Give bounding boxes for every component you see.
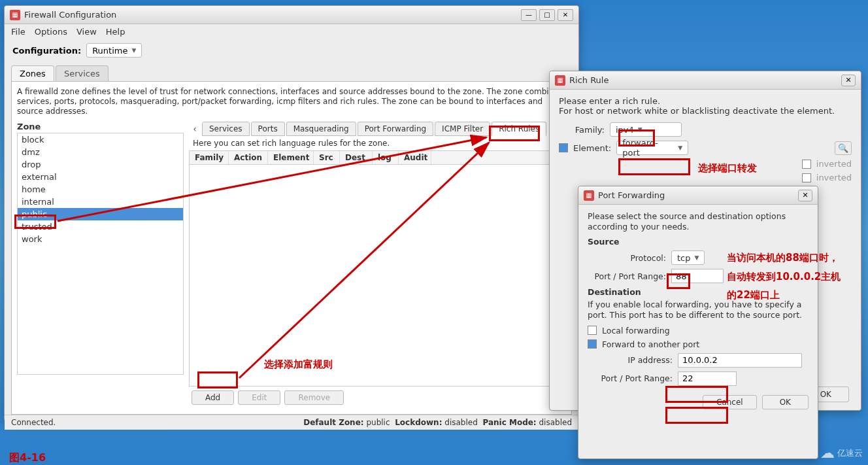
family-value: ipv4 <box>616 125 634 135</box>
cloud-icon: ☁ <box>820 445 835 461</box>
col-element: Element <box>268 151 314 164</box>
default-zone-label: Default Zone: <box>303 418 363 427</box>
menu-view[interactable]: View <box>76 27 97 37</box>
src-port-label: Port / Port Range: <box>588 271 666 281</box>
chevron-down-icon: ▼ <box>638 126 643 133</box>
figure-label: 图4-16 <box>9 451 46 465</box>
element-label: Element: <box>573 143 611 153</box>
col-src: Src <box>314 151 340 164</box>
inverted-label-2: inverted <box>816 173 852 182</box>
subtab-port-forwarding[interactable]: Port Forwarding <box>358 122 433 136</box>
menu-options[interactable]: Options <box>35 27 67 37</box>
protocol-dropdown[interactable]: tcp ▼ <box>671 250 705 265</box>
protocol-value: tcp <box>677 253 691 263</box>
lockdown-value: disabled <box>444 418 478 427</box>
col-log: log <box>373 151 399 164</box>
zone-item[interactable]: internal <box>18 196 183 208</box>
element-details-icon[interactable]: 🔍 <box>835 141 852 155</box>
menu-file[interactable]: File <box>11 27 25 37</box>
col-family: Family <box>190 151 229 164</box>
protocol-label: Protocol: <box>588 253 666 263</box>
firewall-icon: ▦ <box>555 75 565 86</box>
family-dropdown[interactable]: ipv4 ▼ <box>610 122 682 137</box>
close-button[interactable]: ✕ <box>798 190 812 201</box>
tab-services[interactable]: Services <box>56 65 108 81</box>
zone-heading: Zone <box>17 122 184 131</box>
cancel-button[interactable]: Cancel <box>703 395 757 409</box>
pf-dest-desc: If you enable local forwarding, you have… <box>588 300 809 320</box>
rules-hint: Here you can set rich language rules for… <box>189 136 566 150</box>
element-checkbox[interactable] <box>559 143 568 152</box>
edit-button[interactable]: Edit <box>238 390 280 405</box>
col-action: Action <box>229 151 268 164</box>
main-titlebar: ▦ Firewall Configuration — □ ✕ <box>5 6 578 24</box>
inverted-label: inverted <box>816 159 852 169</box>
config-dropdown[interactable]: Runtime ▼ <box>86 43 142 58</box>
tabs-scroll-left-icon[interactable]: ‹ <box>189 124 201 134</box>
close-button[interactable]: ✕ <box>841 75 856 86</box>
firewall-config-window: ▦ Firewall Configuration — □ ✕ File Opti… <box>4 5 579 421</box>
remove-button[interactable]: Remove <box>284 390 344 405</box>
window-title: Firewall Configuration <box>24 10 521 20</box>
config-value: Runtime <box>92 46 127 56</box>
panic-mode-label: Panic Mode: <box>482 418 536 427</box>
subtab-masquerading[interactable]: Masquerading <box>286 122 356 136</box>
inverted-checkbox-2[interactable] <box>802 173 811 182</box>
rules-table-header: Family Action Element Src Dest log Audit <box>190 151 565 165</box>
zone-item[interactable]: drop <box>18 158 183 171</box>
ip-input[interactable] <box>678 353 802 368</box>
dst-port-input[interactable] <box>678 371 737 386</box>
zone-item[interactable]: external <box>18 171 183 183</box>
pf-title: Port Forwarding <box>598 190 798 200</box>
close-button[interactable]: ✕ <box>558 9 573 21</box>
watermark: ☁ 亿速云 <box>820 445 863 461</box>
status-connected: Connected. <box>11 418 56 427</box>
col-dest: Dest <box>340 151 373 164</box>
rich-rule-title: Rich Rule <box>569 75 841 85</box>
menubar: File Options View Help <box>5 24 578 39</box>
local-forwarding-checkbox[interactable] <box>588 326 597 335</box>
zone-item[interactable]: block <box>18 133 183 146</box>
menu-help[interactable]: Help <box>106 27 125 37</box>
subtab-services[interactable]: Services <box>202 122 250 136</box>
rules-table-body[interactable] <box>190 165 565 386</box>
tab-zones[interactable]: Zones <box>11 65 54 81</box>
chevron-down-icon: ▼ <box>695 254 699 261</box>
panic-mode-value: disabled <box>539 418 572 427</box>
inverted-checkbox[interactable] <box>802 160 811 169</box>
firewall-icon: ▦ <box>10 10 20 20</box>
zone-item[interactable]: home <box>18 183 183 196</box>
default-zone-value: public <box>366 418 390 427</box>
subtab-icmp-filter[interactable]: ICMP Filter <box>435 122 490 136</box>
ip-label: IP address: <box>588 355 673 365</box>
maximize-button[interactable]: □ <box>539 9 555 21</box>
element-dropdown[interactable]: forward-port ▼ <box>616 141 688 155</box>
col-audit: Audit <box>399 151 431 164</box>
ok-button[interactable]: OK <box>762 395 809 409</box>
forward-another-checkbox[interactable] <box>588 339 597 349</box>
config-label: Configuration: <box>12 46 81 56</box>
pf-source-heading: Source <box>588 237 620 247</box>
chevron-down-icon: ▼ <box>678 145 682 151</box>
zone-item-selected[interactable]: public <box>18 208 183 220</box>
chevron-down-icon: ▼ <box>131 47 136 54</box>
minimize-button[interactable]: — <box>521 9 537 21</box>
subtab-ports[interactable]: Ports <box>251 122 285 136</box>
add-button[interactable]: Add <box>192 390 234 405</box>
rich-rule-line2: For host or network white or blacklistin… <box>559 106 852 116</box>
port-forwarding-dialog: ▦ Port Forwarding ✕ Please select the so… <box>578 186 818 459</box>
zone-list[interactable]: block dmz drop external home internal pu… <box>17 133 184 375</box>
lockdown-label: Lockdown: <box>395 418 442 427</box>
pf-dest-heading: Destination <box>588 287 641 297</box>
subtab-rich-rules[interactable]: Rich Rules <box>492 122 546 136</box>
dst-port-label: Port / Port Range: <box>588 373 673 383</box>
zone-item[interactable]: dmz <box>18 146 183 158</box>
zone-item[interactable]: trusted <box>18 220 183 233</box>
forward-another-label: Forward to another port <box>602 339 699 349</box>
element-value: forward-port <box>622 138 674 158</box>
local-forwarding-label: Local forwarding <box>602 326 670 336</box>
zone-item[interactable]: work <box>18 233 183 245</box>
firewall-icon: ▦ <box>584 190 594 201</box>
src-port-input[interactable] <box>671 269 724 283</box>
config-row: Configuration: Runtime ▼ <box>5 39 578 61</box>
